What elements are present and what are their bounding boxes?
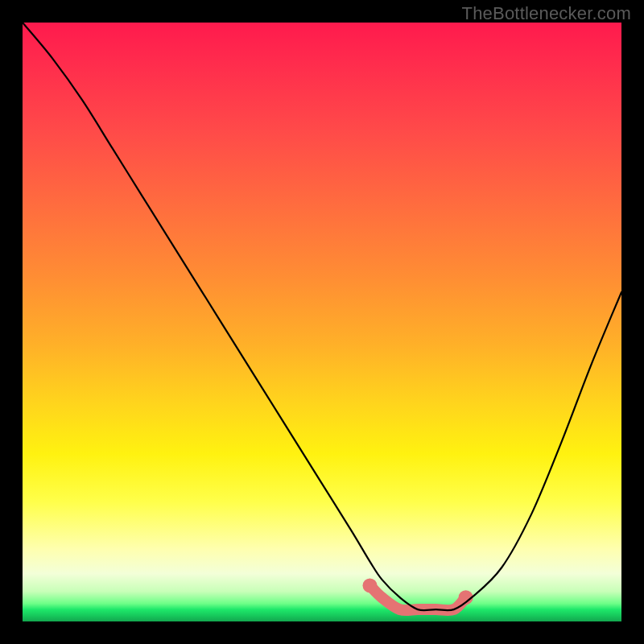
curve-svg — [23, 23, 621, 621]
tolerance-band — [370, 585, 466, 610]
plot-area — [23, 23, 621, 621]
watermark-label: TheBottlenecker.com — [462, 3, 631, 24]
bottleneck-curve — [23, 23, 621, 610]
chart-frame: TheBottlenecker.com — [0, 0, 644, 644]
tolerance-dot-start — [363, 578, 378, 592]
